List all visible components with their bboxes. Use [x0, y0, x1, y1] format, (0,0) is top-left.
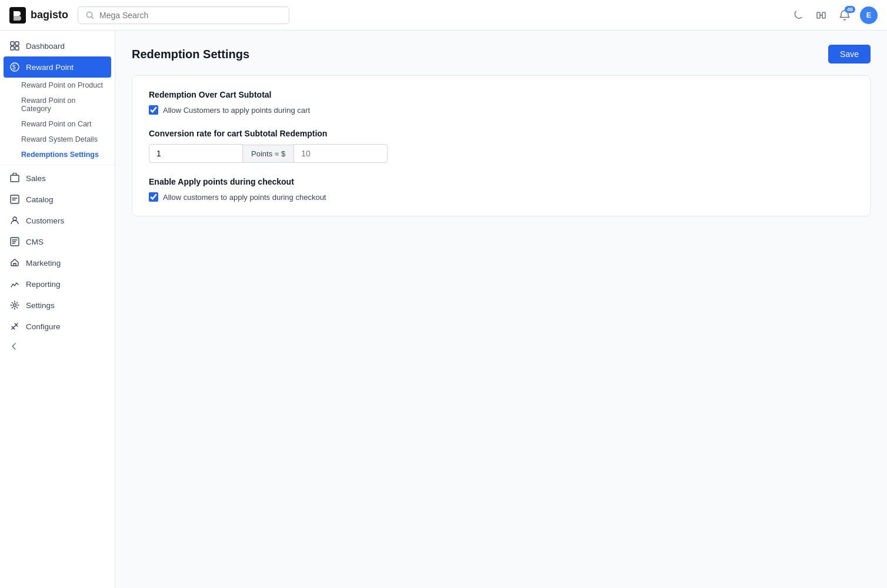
svg-point-14: [14, 304, 16, 307]
section-redemption-cart: Redemption Over Cart Subtotal Allow Cust…: [149, 90, 853, 115]
conversion-input-left[interactable]: [149, 144, 243, 163]
sidebar-label-sales: Sales: [26, 174, 46, 183]
section-apply-checkout: Enable Apply points during checkout Allo…: [149, 177, 853, 202]
sidebar-sub-label-redemptions: Redemptions Settings: [21, 151, 99, 159]
nav-right: 46 E: [789, 6, 878, 24]
sidebar-sub-label-product: Reward Point on Product: [21, 81, 103, 89]
svg-rect-6: [11, 46, 14, 50]
conversion-input-right[interactable]: [294, 144, 388, 163]
notifications-button[interactable]: 46: [836, 7, 853, 24]
sidebar-item-configure[interactable]: Configure: [0, 316, 115, 337]
layout: Dashboard $ Reward Point Reward Point on…: [0, 31, 887, 588]
customers-icon: [9, 215, 20, 226]
svg-point-12: [13, 217, 16, 220]
topnav: bagisto 46 E: [0, 0, 887, 31]
section2-title: Conversion rate for cart Subtotal Redemp…: [149, 129, 853, 138]
logo[interactable]: bagisto: [9, 7, 68, 24]
sidebar-collapse-button[interactable]: [0, 337, 115, 356]
section3-checkbox-label: Allow customers to apply points during c…: [163, 193, 326, 202]
section3-checkbox-row: Allow customers to apply points during c…: [149, 192, 853, 202]
sidebar-label-cms: CMS: [26, 238, 44, 246]
dashboard-icon: [9, 41, 20, 51]
search-icon: [85, 11, 95, 20]
sidebar-item-customers[interactable]: Customers: [0, 210, 115, 231]
sidebar-label-dashboard: Dashboard: [26, 42, 65, 51]
section1-checkbox-label: Allow Customers to apply points during c…: [163, 106, 310, 115]
sidebar-sub-label-category: Reward Point on Category: [21, 96, 105, 113]
sidebar-sub-reward-system[interactable]: Reward System Details: [0, 132, 115, 147]
sidebar-label-reporting: Reporting: [26, 280, 61, 289]
catalog-icon: [9, 194, 20, 205]
settings-icon: [9, 300, 20, 310]
search-bar: [78, 6, 289, 24]
sidebar-sub-reward-category[interactable]: Reward Point on Category: [0, 93, 115, 116]
svg-rect-10: [11, 175, 19, 182]
conversion-row: Points = $: [149, 144, 853, 163]
notification-badge: 46: [845, 6, 855, 14]
svg-text:$: $: [12, 64, 16, 71]
sales-icon: [9, 173, 20, 183]
sidebar-sub-label-system: Reward System Details: [21, 135, 98, 143]
svg-rect-11: [11, 195, 19, 203]
configure-icon: [9, 321, 20, 332]
compare-icon: [815, 9, 827, 21]
sidebar-item-catalog[interactable]: Catalog: [0, 189, 115, 210]
theme-toggle-button[interactable]: [789, 7, 806, 24]
sidebar-item-dashboard[interactable]: Dashboard: [0, 35, 115, 56]
settings-card: Redemption Over Cart Subtotal Allow Cust…: [132, 75, 871, 216]
page-title: Redemption Settings: [132, 48, 249, 61]
page-header: Redemption Settings Save: [132, 45, 871, 64]
svg-rect-4: [11, 42, 14, 45]
avatar[interactable]: E: [860, 6, 878, 24]
sidebar-sub-reward-cart[interactable]: Reward Point on Cart: [0, 116, 115, 132]
sidebar-sub-reward-product[interactable]: Reward Point on Product: [0, 78, 115, 93]
sidebar-label-marketing: Marketing: [26, 259, 61, 268]
sidebar-label-configure: Configure: [26, 322, 61, 331]
sidebar-item-marketing[interactable]: Marketing: [0, 252, 115, 273]
sidebar-divider-1: [0, 165, 115, 165]
sidebar-item-settings[interactable]: Settings: [0, 295, 115, 316]
sidebar: Dashboard $ Reward Point Reward Point on…: [0, 31, 115, 588]
sidebar-label-settings: Settings: [26, 301, 55, 310]
section3-title: Enable Apply points during checkout: [149, 177, 853, 186]
section1-title: Redemption Over Cart Subtotal: [149, 90, 853, 99]
svg-rect-7: [15, 46, 19, 50]
sidebar-item-reporting[interactable]: Reporting: [0, 273, 115, 295]
save-button[interactable]: Save: [828, 45, 871, 64]
search-input[interactable]: [99, 11, 282, 20]
sidebar-label-reward: Reward Point: [26, 63, 74, 72]
section1-checkbox-row: Allow Customers to apply points during c…: [149, 105, 853, 115]
marketing-icon: [9, 258, 20, 268]
sidebar-sub-label-cart: Reward Point on Cart: [21, 120, 92, 128]
conversion-badge: Points = $: [243, 145, 294, 163]
allow-points-cart-checkbox[interactable]: [149, 105, 158, 115]
logo-text: bagisto: [31, 9, 68, 21]
sidebar-label-customers: Customers: [26, 216, 64, 225]
section-conversion-rate: Conversion rate for cart Subtotal Redemp…: [149, 129, 853, 163]
sidebar-item-cms[interactable]: CMS: [0, 231, 115, 252]
reward-icon: $: [9, 62, 20, 72]
svg-rect-5: [15, 42, 19, 45]
logo-icon: [9, 7, 26, 24]
sidebar-item-reward-point[interactable]: $ Reward Point: [4, 56, 111, 78]
moon-icon: [792, 9, 803, 21]
cms-icon: [9, 236, 20, 247]
allow-points-checkout-checkbox[interactable]: [149, 192, 158, 202]
main-content: Redemption Settings Save Redemption Over…: [115, 31, 887, 588]
collapse-icon: [9, 342, 19, 351]
sidebar-item-sales[interactable]: Sales: [0, 168, 115, 189]
sidebar-label-catalog: Catalog: [26, 195, 54, 204]
reporting-icon: [9, 279, 20, 289]
compare-button[interactable]: [813, 7, 829, 24]
sidebar-sub-redemptions[interactable]: Redemptions Settings: [0, 147, 115, 162]
